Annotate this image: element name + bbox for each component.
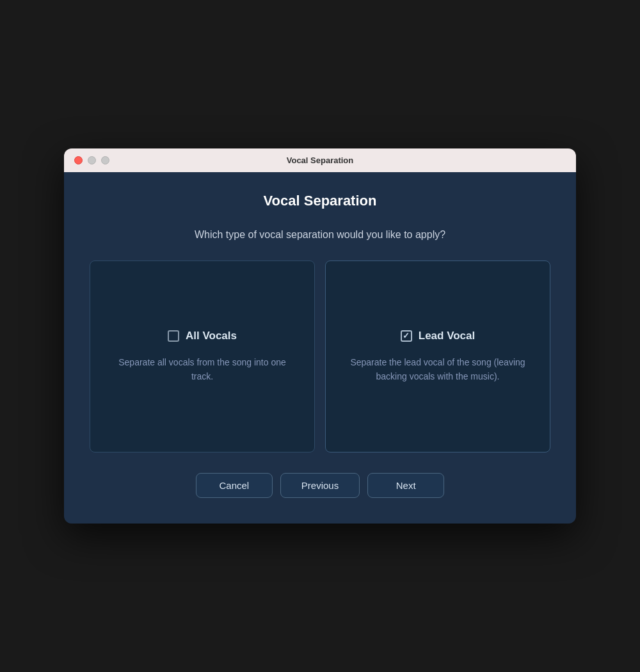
option-header-lead-vocal: Lead Vocal bbox=[401, 330, 476, 342]
option-label-lead-vocal: Lead Vocal bbox=[419, 330, 476, 342]
next-button[interactable]: Next bbox=[367, 473, 444, 498]
options-row: All Vocals Separate all vocals from the … bbox=[90, 260, 550, 452]
option-card-lead-vocal[interactable]: Lead Vocal Separate the lead vocal of th… bbox=[325, 260, 550, 452]
button-row: Cancel Previous Next bbox=[90, 473, 550, 498]
previous-button[interactable]: Previous bbox=[280, 473, 360, 498]
checkbox-all-vocals[interactable] bbox=[168, 330, 179, 342]
vocal-separation-window: Vocal Separation Vocal Separation Which … bbox=[64, 148, 576, 524]
minimize-button[interactable] bbox=[88, 156, 96, 164]
option-header-all-vocals: All Vocals bbox=[168, 330, 237, 342]
window-title: Vocal Separation bbox=[287, 156, 354, 165]
cancel-button[interactable]: Cancel bbox=[196, 473, 273, 498]
option-description-lead-vocal: Separate the lead vocal of the song (lea… bbox=[344, 355, 532, 384]
option-description-all-vocals: Separate all vocals from the song into o… bbox=[108, 355, 296, 384]
dialog-title: Vocal Separation bbox=[90, 193, 550, 209]
option-card-all-vocals[interactable]: All Vocals Separate all vocals from the … bbox=[90, 260, 315, 452]
option-label-all-vocals: All Vocals bbox=[186, 330, 237, 342]
close-button[interactable] bbox=[74, 156, 83, 164]
window-body: Vocal Separation Which type of vocal sep… bbox=[64, 172, 576, 524]
checkbox-lead-vocal[interactable] bbox=[401, 330, 412, 342]
title-bar: Vocal Separation bbox=[64, 148, 576, 172]
dialog-question: Which type of vocal separation would you… bbox=[90, 227, 550, 243]
maximize-button[interactable] bbox=[101, 156, 109, 164]
